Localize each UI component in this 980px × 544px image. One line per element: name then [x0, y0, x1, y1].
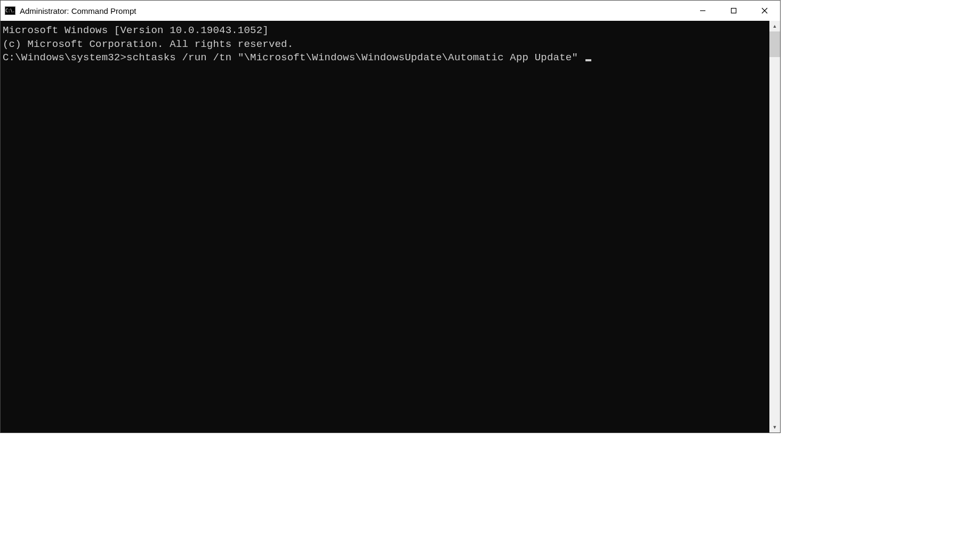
terminal-command: schtasks /run /tn "\Microsoft\Windows\Wi… [126, 52, 578, 63]
maximize-button[interactable] [718, 1, 749, 21]
terminal-line: (c) Microsoft Corporation. All rights re… [3, 38, 769, 52]
terminal-prompt-line: C:\Windows\system32>schtasks /run /tn "\… [3, 51, 769, 65]
close-icon [761, 7, 768, 14]
chevron-down-icon: ▼ [773, 425, 777, 430]
window-controls [687, 1, 780, 21]
terminal-output[interactable]: Microsoft Windows [Version 10.0.19043.10… [1, 21, 769, 433]
command-prompt-window: C:\. Administrator: Command Prompt Micro… [0, 0, 781, 433]
terminal-body-area: Microsoft Windows [Version 10.0.19043.10… [1, 21, 780, 433]
terminal-prompt: C:\Windows\system32> [3, 52, 126, 63]
cmd-icon: C:\. [5, 5, 15, 16]
window-title: Administrator: Command Prompt [20, 6, 136, 15]
cmd-icon-label: C:\. [5, 9, 14, 13]
chevron-up-icon: ▲ [773, 24, 777, 29]
close-button[interactable] [749, 1, 780, 21]
minimize-button[interactable] [687, 1, 718, 21]
vertical-scrollbar[interactable]: ▲ ▼ [769, 21, 780, 433]
cursor [585, 59, 591, 61]
scroll-up-button[interactable]: ▲ [769, 21, 780, 31]
titlebar[interactable]: C:\. Administrator: Command Prompt [1, 1, 780, 21]
svg-rect-1 [732, 9, 736, 13]
scroll-down-button[interactable]: ▼ [769, 422, 780, 433]
minimize-icon [700, 7, 706, 14]
scroll-track[interactable] [769, 31, 780, 422]
maximize-icon [730, 7, 737, 14]
scroll-thumb[interactable] [769, 31, 780, 57]
terminal-line: Microsoft Windows [Version 10.0.19043.10… [3, 24, 769, 38]
